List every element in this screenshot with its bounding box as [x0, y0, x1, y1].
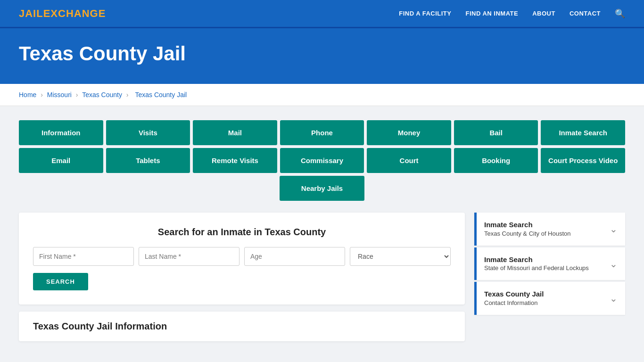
accordion-subtitle-1: Texas County & City of Houston: [484, 230, 571, 238]
breadcrumb-sep-3: ›: [126, 91, 129, 99]
accordion-item-2[interactable]: Inmate Search State of Missouri and Fede…: [474, 247, 625, 280]
chevron-down-icon-1: ⌄: [610, 223, 618, 235]
btn-information[interactable]: Information: [19, 120, 103, 145]
chevron-down-icon-2: ⌄: [610, 258, 618, 270]
info-title: Texas County Jail Information: [33, 321, 451, 332]
btn-email[interactable]: Email: [19, 148, 103, 173]
nav-grid-row3: Nearby Jails: [19, 176, 625, 201]
accordion-title-1: Inmate Search: [484, 220, 571, 230]
btn-remote-visits[interactable]: Remote Visits: [193, 148, 277, 173]
chevron-down-icon-3: ⌄: [610, 293, 618, 304]
first-name-input[interactable]: [33, 247, 134, 266]
sidebar: Inmate Search Texas County & City of Hou…: [474, 213, 625, 317]
race-select[interactable]: Race White Black Hispanic Asian Other: [350, 247, 451, 266]
logo-exchange: EXCHANGE: [43, 8, 106, 19]
breadcrumb-current: Texas County Jail: [135, 91, 187, 99]
site-logo[interactable]: JAILEXCHANGE: [19, 8, 106, 20]
btn-booking[interactable]: Booking: [454, 148, 538, 173]
nav-grid-row1: Information Visits Mail Phone Money Bail…: [19, 120, 625, 145]
breadcrumb-sep-1: ›: [41, 91, 43, 99]
btn-court-process-video[interactable]: Court Process Video: [541, 148, 625, 173]
page-title: Texas County Jail: [19, 42, 625, 65]
breadcrumb-home[interactable]: Home: [19, 91, 36, 99]
btn-mail[interactable]: Mail: [193, 120, 277, 145]
nav-links: FIND A FACILITY FIND AN INMATE ABOUT CON…: [399, 8, 625, 19]
btn-tablets[interactable]: Tablets: [106, 148, 190, 173]
btn-court[interactable]: Court: [367, 148, 451, 173]
left-column: Search for an Inmate in Texas County Rac…: [19, 213, 465, 341]
btn-money[interactable]: Money: [367, 120, 451, 145]
hero-section: Texas County Jail: [0, 28, 644, 84]
btn-visits[interactable]: Visits: [106, 120, 190, 145]
nav-contact[interactable]: CONTACT: [570, 10, 601, 17]
nav-about[interactable]: ABOUT: [532, 10, 555, 17]
main-content: Information Visits Mail Phone Money Bail…: [0, 106, 644, 355]
accordion-text-2: Inmate Search State of Missouri and Fede…: [484, 255, 589, 273]
search-icon[interactable]: 🔍: [615, 8, 625, 19]
logo-jail: JAIL: [19, 8, 43, 19]
breadcrumb: Home › Missouri › Texas County › Texas C…: [0, 84, 644, 106]
btn-inmate-search[interactable]: Inmate Search: [541, 120, 625, 145]
search-title: Search for an Inmate in Texas County: [33, 227, 451, 238]
btn-bail[interactable]: Bail: [454, 120, 538, 145]
age-input[interactable]: [244, 247, 345, 266]
breadcrumb-texas-county[interactable]: Texas County: [82, 91, 122, 99]
accordion-text-3: Texas County Jail Contact Information: [484, 289, 544, 307]
last-name-input[interactable]: [139, 247, 239, 266]
breadcrumb-sep-2: ›: [76, 91, 78, 99]
accordion-item-1[interactable]: Inmate Search Texas County & City of Hou…: [474, 213, 625, 246]
accordion-item-3[interactable]: Texas County Jail Contact Information ⌄: [474, 282, 625, 315]
search-button[interactable]: SEARCH: [33, 273, 88, 290]
nav-find-inmate[interactable]: FIND AN INMATE: [465, 10, 518, 17]
accordion-title-2: Inmate Search: [484, 255, 589, 264]
accordion-title-3: Texas County Jail: [484, 289, 544, 299]
accordion-subtitle-3: Contact Information: [484, 299, 544, 307]
btn-nearby-jails[interactable]: Nearby Jails: [280, 176, 364, 201]
btn-phone[interactable]: Phone: [280, 120, 364, 145]
accordion-subtitle-2: State of Missouri and Federal Lockups: [484, 264, 589, 272]
content-area: Search for an Inmate in Texas County Rac…: [19, 213, 625, 341]
nav-find-facility[interactable]: FIND A FACILITY: [399, 10, 451, 17]
nav-grid-row2: Email Tablets Remote Visits Commissary C…: [19, 148, 625, 173]
accordion-text-1: Inmate Search Texas County & City of Hou…: [484, 220, 571, 238]
btn-commissary[interactable]: Commissary: [280, 148, 364, 173]
breadcrumb-missouri[interactable]: Missouri: [47, 91, 72, 99]
info-section: Texas County Jail Information: [19, 312, 465, 341]
search-fields: Race White Black Hispanic Asian Other: [33, 247, 451, 266]
search-panel: Search for an Inmate in Texas County Rac…: [19, 213, 465, 304]
